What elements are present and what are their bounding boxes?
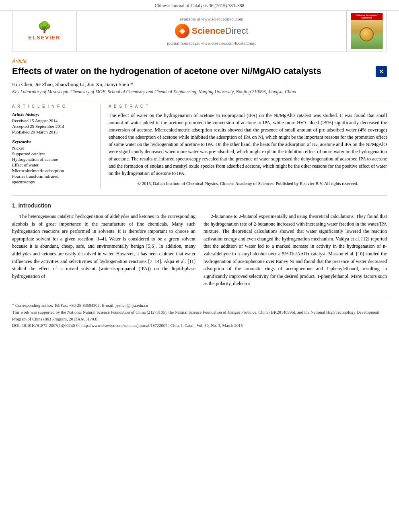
intro-heading: Introduction [19, 202, 51, 209]
elsevier-tree-icon: 🌳 [37, 22, 51, 33]
abstract-text: The effect of water on the hydrogenation… [109, 112, 387, 187]
intro-left-col: The heterogeneous catalytic hydrogenatio… [12, 213, 195, 291]
homepage-text: journal homepage: www.elsevier.com/locat… [167, 41, 256, 45]
affiliation: Key Laboratory of Mesoscopic Chemistry o… [12, 89, 387, 94]
doi-info: DOI: 10.1016/S1872-2067(14)60240-0 | htt… [12, 322, 387, 329]
keywords-label: Keywords: [12, 139, 94, 144]
journal-thumbnail: Chinese Journal ofCatalysis [351, 13, 383, 49]
corresponding-author: * Corresponding author. Tel/Fax: +86-25-… [12, 302, 387, 309]
keyword-4: Effect of water [12, 162, 94, 167]
journal-header-text: Chinese Journal of Catalysis 36 (2015) 3… [155, 3, 244, 8]
journal-thumbnail-area: Chinese Journal ofCatalysis [346, 11, 387, 51]
banner-middle: available at www.sciencedirect.com ◈ Sci… [77, 11, 346, 51]
article-title-text: Effects of water on the hydrogenation of… [12, 66, 321, 76]
history-label: Article history: [12, 112, 94, 117]
elsevier-wordmark: ELSEVIER [28, 35, 60, 41]
funding-info: This work was supported by the National … [12, 309, 387, 323]
abstract-heading: A B S T R A C T [109, 104, 387, 109]
abstract-paragraph: The effect of water on the hydrogenation… [109, 112, 387, 177]
elsevier-logo-area: 🌳 ELSEVIER [12, 11, 77, 51]
journal-thumb-circle [360, 27, 374, 41]
received-date: Received 15 August 2014 [12, 118, 94, 123]
keyword-1: Nickel [12, 146, 94, 150]
keyword-7: spectroscopy [12, 179, 94, 184]
authors: Hui Chen, Jie Zhao, Shaozhong Li, Jun Xu… [12, 81, 387, 88]
journal-thumb-image [351, 20, 383, 49]
journal-header: Chinese Journal of Catalysis 36 (2015) 3… [0, 0, 399, 11]
section-divider [12, 195, 387, 196]
main-content: Article Effects of water on the hydrogen… [12, 51, 387, 291]
crossmark-badge [376, 66, 387, 77]
available-text: available at www.sciencedirect.com [180, 16, 243, 21]
keyword-2: Supported catalyst [12, 151, 94, 156]
article-type: Article [12, 58, 387, 64]
sd-wordmark: ScienceDirect [192, 26, 249, 36]
intro-right-col: 2-butanone to 2-butanol experimentally a… [204, 213, 387, 291]
sciencedirect-logo: ◈ ScienceDirect [175, 24, 249, 38]
keyword-5: Microcalorimetric adsorption [12, 168, 94, 173]
intro-left-paragraph: The heterogeneous catalytic hydrogenatio… [12, 213, 195, 280]
top-banner: 🌳 ELSEVIER available at www.sciencedirec… [12, 11, 387, 51]
published-date: Published 20 March 2015 [12, 129, 94, 134]
sd-icon: ◈ [175, 24, 189, 38]
intro-right-paragraph: 2-butanone to 2-butanol experimentally a… [204, 213, 387, 288]
article-info-col: A R T I C L E I N F O Article history: R… [12, 104, 101, 189]
intro-number: 1. [12, 202, 17, 209]
article-title: Effects of water on the hydrogenation of… [12, 66, 387, 77]
footer-notes: * Corresponding author. Tel/Fax: +86-25-… [12, 299, 387, 333]
intro-body: The heterogeneous catalytic hydrogenatio… [12, 213, 387, 291]
abstract-col: A B S T R A C T The effect of water on t… [109, 104, 387, 189]
article-info-heading: A R T I C L E I N F O [12, 104, 94, 109]
journal-thumb-header: Chinese Journal ofCatalysis [351, 13, 383, 20]
introduction-section: 1. Introduction The heterogeneous cataly… [12, 202, 387, 291]
article-info-abstract: A R T I C L E I N F O Article history: R… [12, 100, 387, 189]
keyword-3: Hydrogenation of acetone [12, 157, 94, 162]
title-area: Effects of water on the hydrogenation of… [12, 66, 387, 77]
keyword-6: Fourier transform infrared [12, 174, 94, 179]
accepted-date: Accepted 29 September 2014 [12, 124, 94, 129]
copyright-text: © 2015, Dalian Institute of Chemical Phy… [109, 180, 387, 187]
intro-title: 1. Introduction [12, 202, 387, 209]
